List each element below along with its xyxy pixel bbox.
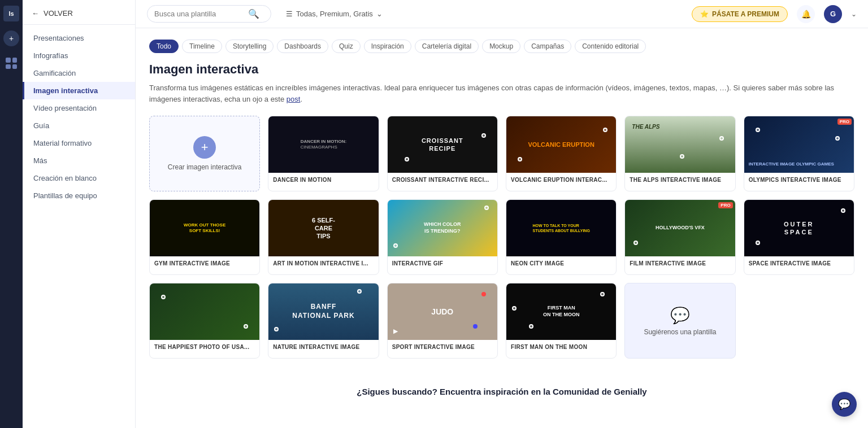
star-icon: ⭐	[700, 10, 709, 18]
template-label: FIRST MAN ON THE MOON	[506, 340, 616, 358]
premium-badge: PRO	[718, 202, 732, 208]
template-neon-city[interactable]: HOW TO TALK TO YOURSTUDENTS ABOUT BULLYI…	[506, 199, 617, 275]
sidebar-item-material-formativo[interactable]: Material formativo	[23, 134, 135, 152]
template-label: SPACE INTERACTIVE IMAGE	[744, 256, 854, 274]
page-title: Imagen interactiva	[149, 62, 854, 77]
tag-quiz[interactable]: Quiz	[332, 40, 361, 53]
sidebar-item-imagen-interactiva[interactable]: Imagen interactiva	[23, 82, 135, 99]
template-banff[interactable]: BANFFNATIONAL PARK NATURE INTERACTIVE IM…	[268, 283, 379, 359]
template-alps[interactable]: THE ALPS THE ALPS INTERACTIVE IMAGE	[624, 116, 735, 191]
template-interactive-gif[interactable]: Which coloris trending? INTERACTIVE GIF	[387, 199, 498, 275]
add-button[interactable]: +	[3, 30, 19, 46]
sidebar-item-creacion-en-blanco[interactable]: Creación en blanco	[23, 169, 135, 187]
template-label: THE HAPPIEST PHOTO OF USA...	[150, 340, 259, 358]
app-logo[interactable]: Is	[3, 6, 19, 21]
topbar: 🔍 ☰ Todas, Premium, Gratis ⌄ ⭐ PÁSATE A …	[136, 0, 868, 28]
filter-icon: ☰	[286, 10, 293, 18]
premium-button[interactable]: ⭐ PÁSATE A PREMIUM	[692, 6, 788, 22]
tag-storytelling[interactable]: Storytelling	[225, 40, 274, 53]
back-arrow-icon: ←	[32, 9, 39, 18]
template-thumb: Volcanic eruption	[506, 116, 616, 173]
tag-mockup[interactable]: Mockup	[482, 40, 520, 53]
chat-bubble[interactable]: 💬	[832, 392, 857, 417]
tag-todo[interactable]: Todo	[149, 40, 179, 53]
sidebar-item-video-presentacion[interactable]: Vídeo presentación	[23, 99, 135, 117]
template-judo[interactable]: JUDO ▶ SPORT INTERACTIVE IMAGE	[387, 283, 498, 359]
sidebar-item-mas[interactable]: Más	[23, 152, 135, 169]
filter-tags: Todo Timeline Storytelling Dashboards Qu…	[149, 40, 854, 53]
suggest-label: Sugiérenos una plantilla	[644, 328, 716, 336]
premium-badge: PRO	[837, 119, 852, 125]
templates-grid: + Crear imagen interactiva Dancer in Mot…	[149, 116, 854, 359]
template-selfcare[interactable]: 6 SELF-CARETIPS ART IN MOTION INTERACTIV…	[268, 199, 379, 275]
search-input[interactable]	[154, 10, 245, 18]
template-thumb: First Manon the Moon	[506, 283, 616, 340]
content-area: Todo Timeline Storytelling Dashboards Qu…	[136, 28, 868, 428]
template-label: INTERACTIVE GIF	[388, 256, 497, 274]
suggest-card[interactable]: 💬 Sugiérenos una plantilla	[624, 283, 735, 359]
chevron-down-icon[interactable]: ⌄	[851, 10, 857, 18]
tag-contenido-editorial[interactable]: Contenido editorial	[575, 40, 646, 53]
tag-inspiracion[interactable]: Inspiración	[364, 40, 411, 53]
template-label: NEON CITY IMAGE	[506, 256, 616, 274]
tag-carteleria[interactable]: Cartelería digital	[415, 40, 479, 53]
template-thumb: PRO HOLLYWOOD'S VFX	[625, 200, 735, 256]
chevron-down-icon: ⌄	[376, 10, 383, 18]
create-card[interactable]: + Crear imagen interactiva	[149, 116, 260, 191]
sidebar-item-guia[interactable]: Guía	[23, 117, 135, 134]
template-label: DANCER IN MOTION	[268, 173, 378, 191]
template-thumb	[150, 283, 259, 340]
template-thumb: BANFFNATIONAL PARK	[268, 283, 378, 340]
template-label: THE ALPS INTERACTIVE IMAGE	[625, 173, 735, 191]
template-label: VOLCANIC ERUPTION INTERAC...	[506, 173, 616, 191]
post-link[interactable]: post	[287, 95, 301, 103]
bottom-cta: ¿Sigues buscando? Encuentra inspiración …	[149, 375, 854, 413]
template-label: OLYMPICS INTERACTIVE IMAGE	[744, 173, 854, 191]
template-label: FILM INTERACTIVE IMAGE	[625, 256, 735, 274]
template-olympics[interactable]: PRO INTERACTIVE IMAGE OLYMPIC GAMES OLYM…	[744, 116, 854, 191]
template-thumb: 6 SELF-CARETIPS	[268, 200, 378, 256]
template-thumb: CroissantRecipe	[388, 116, 497, 173]
template-firstman[interactable]: First Manon the Moon FIRST MAN ON THE MO…	[506, 283, 617, 359]
template-volcanic[interactable]: Volcanic eruption VOLCANIC ERUPTION INTE…	[506, 116, 617, 191]
search-box[interactable]: 🔍	[147, 5, 271, 23]
main-content: 🔍 ☰ Todas, Premium, Gratis ⌄ ⭐ PÁSATE A …	[136, 0, 868, 428]
template-thumb: Which coloris trending?	[388, 200, 497, 256]
template-thumb: HOW TO TALK TO YOURSTUDENTS ABOUT BULLYI…	[506, 200, 616, 256]
template-label: ART IN MOTION INTERACTIVE I...	[268, 256, 378, 274]
create-label: Crear imagen interactiva	[168, 163, 242, 171]
sidebar-item-gamificacion[interactable]: Gamificación	[23, 64, 135, 82]
filter-label: Todas, Premium, Gratis	[296, 10, 373, 18]
grid-view-button[interactable]	[3, 55, 19, 71]
template-thumb: PRO INTERACTIVE IMAGE OLYMPIC GAMES	[744, 116, 854, 173]
tag-dashboards[interactable]: Dashboards	[277, 40, 328, 53]
template-croissant[interactable]: CroissantRecipe CROISSANT INTERACTIVE RE…	[387, 116, 498, 191]
template-space[interactable]: OUTERSPACE SPACE INTERACTIVE IMAGE	[744, 199, 854, 275]
template-gym[interactable]: WORK OUT THOSESOFT SKILLS! GYM INTERACTI…	[149, 199, 260, 275]
avatar[interactable]: G	[824, 5, 842, 23]
template-label: NATURE INTERACTIVE IMAGE	[268, 340, 378, 358]
icon-bar: Is +	[0, 0, 23, 428]
suggest-icon: 💬	[670, 306, 690, 325]
search-icon: 🔍	[248, 8, 259, 19]
filter-dropdown[interactable]: ☰ Todas, Premium, Gratis ⌄	[280, 6, 388, 21]
page-description: Transforma tus imágenes estáticas en inc…	[149, 82, 854, 104]
tag-timeline[interactable]: Timeline	[182, 40, 222, 53]
sidebar-item-presentaciones[interactable]: Presentaciones	[23, 29, 135, 47]
sidebar-item-infografias[interactable]: Infografías	[23, 47, 135, 64]
tag-campanas[interactable]: Campañas	[524, 40, 571, 53]
template-film[interactable]: PRO HOLLYWOOD'S VFX FILM INTERACTIVE IMA…	[624, 199, 735, 275]
template-thumb: Dancer in Motion:Cinemagraphs	[268, 116, 378, 173]
nav-sidebar: ← VOLVER Presentaciones Infografías Gami…	[23, 0, 136, 428]
sidebar-item-plantillas-de-equipo[interactable]: Plantillas de equipo	[23, 187, 135, 204]
template-label: SPORT INTERACTIVE IMAGE	[388, 340, 497, 358]
template-happiest[interactable]: THE HAPPIEST PHOTO OF USA...	[149, 283, 260, 359]
template-label: CROISSANT INTERACTIVE RECI...	[388, 173, 497, 191]
premium-label: PÁSATE A PREMIUM	[712, 10, 779, 18]
nav-items-list: Presentaciones Infografías Gamificación …	[23, 25, 135, 428]
create-plus-icon: +	[193, 136, 216, 159]
back-label: VOLVER	[44, 9, 73, 18]
back-nav[interactable]: ← VOLVER	[23, 0, 135, 25]
template-dancer-in-motion[interactable]: Dancer in Motion:Cinemagraphs DANCER IN …	[268, 116, 379, 191]
notifications-button[interactable]: 🔔	[797, 5, 815, 23]
